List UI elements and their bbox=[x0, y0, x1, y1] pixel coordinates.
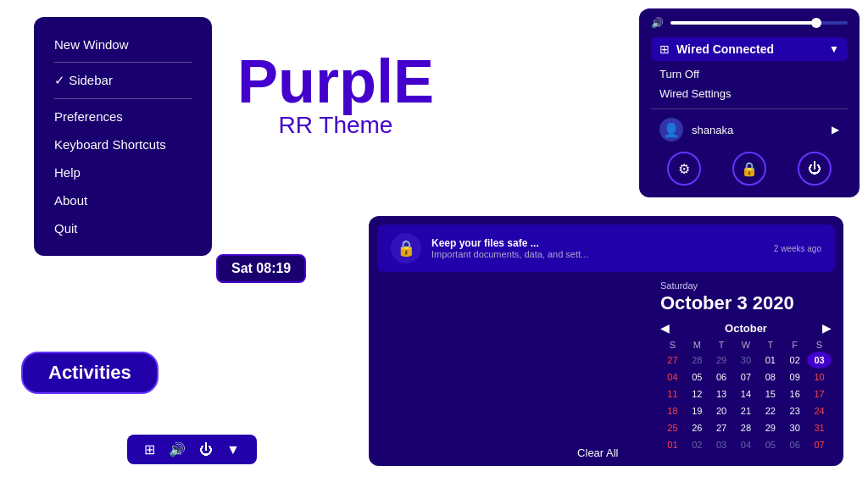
network-row[interactable]: ⊞ Wired Connected ▼ bbox=[651, 37, 848, 61]
app-subtitle: RR Theme bbox=[237, 112, 434, 139]
calendar-day[interactable]: 06 bbox=[782, 436, 807, 453]
cal-th-s2: S bbox=[807, 338, 832, 352]
taskbar-arrow-icon[interactable]: ▼ bbox=[226, 442, 240, 458]
calendar-day[interactable]: 29 bbox=[709, 352, 734, 369]
calendar-row: 27282930010203 bbox=[660, 352, 832, 369]
context-menu: New Window Sidebar Preferences Keyboard … bbox=[34, 17, 212, 256]
calendar-day[interactable]: 21 bbox=[734, 402, 759, 419]
calendar-day[interactable]: 03 bbox=[709, 436, 734, 453]
calendar-day[interactable]: 19 bbox=[685, 402, 709, 419]
calendar-day[interactable]: 28 bbox=[685, 352, 709, 369]
power-button[interactable]: ⏻ bbox=[798, 152, 832, 186]
menu-divider-1 bbox=[54, 62, 192, 63]
activities-button[interactable]: Activities bbox=[21, 352, 159, 394]
calendar-day[interactable]: 18 bbox=[660, 402, 685, 419]
calendar-day[interactable]: 16 bbox=[782, 385, 807, 402]
settings-button[interactable]: ⚙ bbox=[667, 152, 701, 186]
calendar-day[interactable]: 06 bbox=[709, 369, 734, 385]
calendar-day[interactable]: 04 bbox=[660, 369, 685, 385]
calendar-month-name: October bbox=[725, 322, 767, 335]
calendar-day[interactable]: 02 bbox=[685, 436, 709, 453]
calendar-day[interactable]: 29 bbox=[758, 419, 782, 436]
cal-th-m: M bbox=[685, 338, 709, 352]
calendar-day[interactable]: 24 bbox=[807, 402, 832, 419]
volume-slider[interactable] bbox=[670, 21, 848, 25]
calendar-next-button[interactable]: ▶ bbox=[822, 321, 832, 335]
calendar-day[interactable]: 26 bbox=[685, 419, 709, 436]
calendar-day[interactable]: 25 bbox=[660, 419, 685, 436]
calendar-day[interactable]: 30 bbox=[782, 419, 807, 436]
notification-content: Keep your files safe ... Important docum… bbox=[431, 237, 764, 259]
menu-item-sidebar[interactable]: Sidebar bbox=[54, 66, 192, 95]
clear-all-button[interactable]: Clear All bbox=[577, 446, 618, 459]
calendar-day[interactable]: 10 bbox=[807, 369, 832, 385]
calendar-header-row: S M T W T F S bbox=[660, 338, 832, 352]
network-dropdown-icon: ▼ bbox=[829, 43, 839, 55]
calendar: Saturday October 3 2020 ◀ October ▶ S M … bbox=[648, 272, 843, 466]
calendar-day[interactable]: 05 bbox=[685, 369, 709, 385]
calendar-day[interactable]: 20 bbox=[709, 402, 734, 419]
calendar-day[interactable]: 31 bbox=[807, 419, 832, 436]
calendar-day[interactable]: 01 bbox=[758, 352, 782, 369]
calendar-day[interactable]: 17 bbox=[807, 385, 832, 402]
calendar-row: 11121314151617 bbox=[660, 385, 832, 402]
volume-row: 🔊 bbox=[651, 17, 848, 29]
calendar-day[interactable]: 09 bbox=[782, 369, 807, 385]
system-tray: 🔊 ⊞ Wired Connected ▼ Turn Off Wired Set… bbox=[639, 8, 860, 197]
notification-time: 2 weeks ago bbox=[774, 244, 821, 253]
calendar-day[interactable]: 30 bbox=[734, 352, 759, 369]
tray-wired-settings[interactable]: Wired Settings bbox=[651, 84, 848, 103]
main-panel: 🔒 Keep your files safe ... Important doc… bbox=[369, 216, 843, 466]
tray-turn-off[interactable]: Turn Off bbox=[651, 64, 848, 84]
calendar-row: 04050607080910 bbox=[660, 369, 832, 385]
cal-th-f: F bbox=[782, 338, 807, 352]
main-title-area: PurplE RR Theme bbox=[237, 51, 434, 139]
calendar-day[interactable]: 12 bbox=[685, 385, 709, 402]
calendar-day[interactable]: 23 bbox=[782, 402, 807, 419]
calendar-day[interactable]: 27 bbox=[709, 419, 734, 436]
menu-item-preferences[interactable]: Preferences bbox=[54, 103, 192, 130]
calendar-day[interactable]: 04 bbox=[734, 436, 759, 453]
notification-icon: 🔒 bbox=[391, 233, 421, 263]
notification-bar[interactable]: 🔒 Keep your files safe ... Important doc… bbox=[377, 225, 835, 272]
app-title: PurplE bbox=[237, 51, 434, 112]
volume-knob bbox=[811, 18, 821, 28]
menu-item-keyboard-shortcuts[interactable]: Keyboard Shortcuts bbox=[54, 130, 192, 158]
calendar-day[interactable]: 13 bbox=[709, 385, 734, 402]
calendar-day[interactable]: 07 bbox=[734, 369, 759, 385]
clock-widget: Sat 08:19 bbox=[216, 254, 306, 283]
menu-divider-2 bbox=[54, 98, 192, 99]
calendar-day[interactable]: 11 bbox=[660, 385, 685, 402]
calendar-prev-button[interactable]: ◀ bbox=[660, 321, 670, 335]
menu-item-quit[interactable]: Quit bbox=[54, 214, 192, 242]
network-label: Wired Connected bbox=[676, 42, 822, 56]
calendar-day[interactable]: 22 bbox=[758, 402, 782, 419]
calendar-day[interactable]: 15 bbox=[758, 385, 782, 402]
volume-icon: 🔊 bbox=[651, 17, 664, 29]
panel-left-area bbox=[369, 272, 648, 466]
menu-item-help[interactable]: Help bbox=[54, 158, 192, 186]
user-row[interactable]: 👤 shanaka ▶ bbox=[651, 114, 848, 145]
calendar-day[interactable]: 08 bbox=[758, 369, 782, 385]
lock-button[interactable]: 🔒 bbox=[732, 152, 766, 186]
cal-th-t2: T bbox=[758, 338, 782, 352]
calendar-day[interactable]: 05 bbox=[758, 436, 782, 453]
calendar-day[interactable]: 02 bbox=[782, 352, 807, 369]
calendar-day[interactable]: 01 bbox=[660, 436, 685, 453]
calendar-day[interactable]: 07 bbox=[807, 436, 832, 453]
calendar-day[interactable]: 28 bbox=[734, 419, 759, 436]
taskbar: ⊞ 🔊 ⏻ ▼ bbox=[127, 435, 257, 464]
calendar-day[interactable]: 27 bbox=[660, 352, 685, 369]
calendar-row: 01020304050607 bbox=[660, 436, 832, 453]
cal-th-w: W bbox=[734, 338, 759, 352]
taskbar-network-icon[interactable]: ⊞ bbox=[144, 441, 155, 458]
calendar-day[interactable]: 14 bbox=[734, 385, 759, 402]
notification-subtitle: Important documents, data, and sett... bbox=[431, 249, 764, 259]
taskbar-power-icon[interactable]: ⏻ bbox=[199, 442, 213, 458]
menu-item-new-window[interactable]: New Window bbox=[54, 30, 192, 58]
username-label: shanaka bbox=[692, 124, 823, 136]
calendar-day[interactable]: 03 bbox=[807, 352, 832, 369]
calendar-row: 18192021222324 bbox=[660, 402, 832, 419]
menu-item-about[interactable]: About bbox=[54, 186, 192, 214]
taskbar-volume-icon[interactable]: 🔊 bbox=[169, 441, 186, 458]
